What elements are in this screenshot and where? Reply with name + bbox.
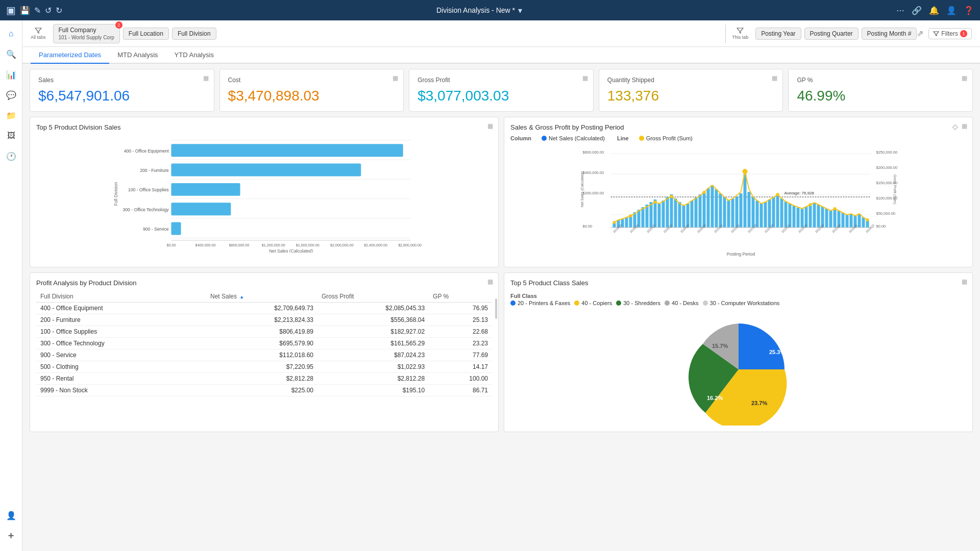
row-division-3: 300 - Office Technology (36, 338, 206, 349)
save-icon[interactable]: 💾 (20, 6, 30, 15)
top-right-area: ⇗ Filters 1 (917, 28, 972, 39)
row-division-1: 200 - Furniture (36, 314, 206, 326)
undo-icon[interactable]: ↺ (45, 6, 52, 15)
row-division-4: 900 - Service (36, 349, 206, 361)
legend-label-4: 30 - Computer Workstations (710, 300, 780, 306)
combo-expand-icon[interactable]: ◇ (952, 122, 958, 131)
share-icon[interactable]: 🔗 (912, 6, 922, 15)
sidebar-item-home[interactable]: ⌂ (2, 24, 20, 43)
profit-table-filter-icon[interactable]: ▦ (487, 278, 493, 285)
svg-text:$400,000.00: $400,000.00 (583, 170, 604, 175)
svg-rect-88 (785, 202, 788, 228)
profit-table-title: Profit Analysis by Product Division (36, 279, 492, 287)
svg-rect-74 (727, 201, 730, 228)
svg-text:$50,000.00: $50,000.00 (876, 211, 896, 216)
full-division-chip[interactable]: Full Division (172, 28, 216, 40)
table-scrollbar[interactable] (495, 298, 497, 319)
posting-quarter-chip[interactable]: Posting Quarter (804, 28, 859, 40)
filter-this-icon-area: This tab (732, 27, 748, 40)
profit-table-card: Profit Analysis by Product Division ▦ Fu… (30, 272, 499, 432)
top-bar-left: ▣ 💾 ✎ ↺ ↻ (6, 4, 62, 16)
tab-ytd[interactable]: YTD Analysis (166, 47, 222, 64)
svg-rect-100 (834, 209, 837, 228)
combo-chart-svg: $600,000.00 $400,000.00 $200,000.00 $0.0… (510, 143, 966, 261)
pie-chart-svg: 25.3% 23.7% 16.2% 15.7% (652, 313, 825, 425)
svg-rect-104 (850, 214, 853, 228)
col-gp-pct[interactable]: GP % (429, 291, 492, 303)
legend-label-2: 30 - Shredders (623, 300, 660, 306)
kpi-sales-value: $6,547,901.06 (38, 88, 206, 104)
full-company-chip[interactable]: Full Company 101 - World Supply Corp 2 (53, 24, 120, 43)
svg-rect-62 (678, 202, 681, 228)
kpi-qty-filter-icon[interactable]: ▦ (772, 74, 777, 82)
account-icon[interactable]: 👤 (946, 6, 957, 15)
row-gppct-7: 86.71 (429, 385, 492, 396)
sidebar-item-data[interactable]: 📊 (2, 65, 20, 84)
kpi-sales-filter-icon[interactable]: ▦ (203, 74, 209, 82)
app-logo-icon[interactable]: ▣ (6, 4, 16, 16)
profit-analysis-table: Full Division Net Sales ▲ Gross Profit G… (36, 291, 492, 396)
edit-icon[interactable]: ✎ (34, 6, 41, 15)
top5-chart-card: Top 5 Product Division Sales ▦ Full Divi… (30, 117, 499, 267)
expand-icon[interactable]: ⇗ (917, 29, 923, 38)
legend-item-1: 40 - Copiers (574, 300, 612, 306)
pie-label-3: 15.7% (712, 343, 728, 349)
pie-chart-card: Top 5 Product Class Sales ▦ Full Class 2… (504, 272, 973, 432)
combo-filter-icon[interactable]: ▦ (962, 122, 967, 130)
pie-label-0: 25.3% (769, 349, 785, 355)
row-gp-2: $182,927.02 (317, 326, 429, 338)
tab-parameterized[interactable]: Parameterized Dates (31, 47, 109, 64)
legend-label-3: 40 - Desks (672, 300, 699, 306)
svg-rect-13 (171, 164, 361, 177)
svg-rect-73 (723, 197, 726, 228)
title-dropdown-icon[interactable]: ▾ (518, 6, 522, 15)
kpi-gppct-filter-icon[interactable]: ▦ (962, 74, 967, 82)
this-tab-label: This tab (732, 35, 748, 40)
pie-slice-0[interactable] (739, 323, 785, 369)
tab-mtd[interactable]: MTD Analysis (109, 47, 166, 64)
filters-button[interactable]: Filters 1 (928, 28, 972, 39)
sidebar-item-add[interactable]: + (2, 527, 20, 545)
svg-text:$600,000.00: $600,000.00 (583, 150, 604, 155)
pie-svg-area: 25.3% 23.7% 16.2% 15.7% (510, 313, 966, 425)
full-location-chip[interactable]: Full Location (123, 28, 169, 40)
kpi-row: Sales $6,547,901.06 ▦ Cost $3,470,898.03… (30, 69, 973, 112)
svg-text:900 - Service: 900 - Service (143, 227, 169, 232)
sidebar-item-chat[interactable]: 💬 (2, 86, 20, 104)
svg-rect-81 (756, 201, 759, 228)
col-gross-profit[interactable]: Gross Profit (317, 291, 429, 303)
table-row: 9999 - Non Stock $225.00 $195.10 86.71 (36, 385, 492, 396)
sidebar-item-search[interactable]: 🔍 (2, 45, 20, 63)
kpi-gp-filter-icon[interactable]: ▦ (582, 74, 588, 82)
svg-text:300 - Office Technology: 300 - Office Technology (122, 207, 169, 212)
sidebar-item-history[interactable]: 🕐 (2, 147, 20, 165)
filter-section-all: All tabs Full Company 101 - World Supply… (31, 24, 719, 43)
row-division-0: 400 - Office Equipment (36, 303, 206, 314)
sidebar-item-user[interactable]: 👤 (2, 506, 20, 524)
notifications-icon[interactable]: 🔔 (929, 6, 939, 15)
sidebar-item-folder[interactable]: 📁 (2, 106, 20, 124)
svg-text:$2,800,000.00: $2,800,000.00 (398, 244, 422, 248)
svg-rect-99 (829, 211, 832, 228)
col-net-sales[interactable]: Net Sales ▲ (206, 291, 317, 303)
gross-profit-dot (639, 136, 644, 141)
svg-rect-16 (171, 222, 181, 235)
more-options-icon[interactable]: ⋯ (896, 6, 904, 15)
sidebar-item-image[interactable]: 🖼 (2, 127, 20, 145)
redo-icon[interactable]: ↻ (56, 6, 62, 15)
top5-chart-title: Top 5 Product Division Sales (36, 123, 492, 131)
kpi-cost-filter-icon[interactable]: ▦ (393, 74, 398, 82)
posting-year-chip[interactable]: Posting Year (755, 28, 801, 40)
svg-rect-66 (695, 197, 698, 228)
net-sales-label: Net Sales (Calculated) (549, 135, 605, 141)
col-division[interactable]: Full Division (36, 291, 206, 303)
svg-rect-82 (760, 204, 763, 228)
legend-line-label: Line (617, 135, 629, 141)
legend-dot-3 (665, 300, 670, 306)
svg-text:$0.00: $0.00 (876, 224, 886, 229)
svg-text:$250,000.00: $250,000.00 (876, 150, 898, 155)
top5-filter-icon[interactable]: ▦ (487, 122, 493, 130)
posting-month-chip[interactable]: Posting Month # (862, 28, 917, 40)
help-icon[interactable]: ❓ (964, 6, 974, 15)
pie-filter-icon[interactable]: ▦ (962, 278, 967, 285)
